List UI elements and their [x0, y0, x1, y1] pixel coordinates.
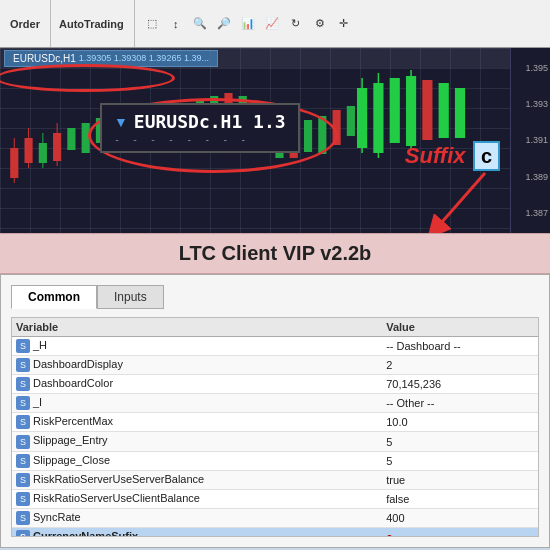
value-c-text: c: [386, 531, 392, 537]
tb-btn-1[interactable]: ⬚: [141, 13, 163, 35]
red-arrow-svg: [415, 168, 495, 233]
suffix-text: Suffix: [405, 143, 466, 168]
price-5: 1.387: [513, 208, 548, 218]
tb-btn-3[interactable]: 📊: [237, 13, 259, 35]
price-2: 1.393: [513, 99, 548, 109]
table-row[interactable]: SDashboardDisplay2: [12, 356, 538, 375]
eurusd-dashes: - - - - - - - -: [114, 134, 286, 145]
toolbar: Order AutoTrading ⬚ ↕ 🔍 🔎 📊 📈 ↻ ⚙ ✛: [0, 0, 550, 48]
dialog-panel: Common Inputs Variable Value S_H-- Dashb…: [0, 274, 550, 548]
table-cell-variable: SDashboardDisplay: [12, 356, 382, 375]
eurusd-arrow-icon: ▼: [114, 114, 128, 130]
table-cell-value: 70,145,236: [382, 375, 538, 394]
table-cell-variable: SDashboardColor: [12, 375, 382, 394]
row-icon: S: [16, 396, 30, 410]
ltc-title: LTC Client VIP v2.2b: [179, 242, 372, 264]
app-container: Order AutoTrading ⬚ ↕ 🔍 🔎 📊 📈 ↻ ⚙ ✛ EURU…: [0, 0, 550, 548]
tb-btn-2[interactable]: ↕: [165, 13, 187, 35]
tb-btn-settings[interactable]: ⚙: [309, 13, 331, 35]
toolbar-left: Order: [4, 0, 51, 47]
eurusd-symbol-text: EURUSDc.H1 1.3: [134, 111, 286, 132]
svg-line-38: [435, 173, 485, 230]
svg-rect-28: [422, 80, 432, 140]
ltc-header: LTC Client VIP v2.2b: [0, 233, 550, 274]
table-cell-variable: SRiskPercentMax: [12, 413, 382, 432]
row-icon: S: [16, 358, 30, 372]
svg-rect-29: [439, 83, 449, 138]
params-table-container[interactable]: Variable Value S_H-- Dashboard --SDashbo…: [11, 317, 539, 537]
suffix-annotation: Suffix c: [405, 143, 500, 169]
suffix-value: c: [473, 141, 500, 171]
table-row[interactable]: S_I-- Other --: [12, 394, 538, 413]
table-cell-value: 400: [382, 508, 538, 527]
table-cell-value: -- Other --: [382, 394, 538, 413]
table-cell-value: c: [382, 527, 538, 537]
chart-area: EURUSDc,H1 1.39305 1.39308 1.39265 1.39.…: [0, 48, 550, 233]
table-row[interactable]: SRiskPercentMax10.0: [12, 413, 538, 432]
tb-btn-4[interactable]: 📈: [261, 13, 283, 35]
col-value: Value: [382, 318, 538, 337]
table-cell-variable: SSyncRate: [12, 508, 382, 527]
table-row[interactable]: SCurrencyNameSufixc: [12, 527, 538, 537]
svg-rect-34: [318, 116, 326, 154]
table-cell-variable: S_I: [12, 394, 382, 413]
price-axis: 1.395 1.393 1.391 1.389 1.387: [510, 48, 550, 233]
row-icon: S: [16, 473, 30, 487]
row-icon: S: [16, 435, 30, 449]
table-cell-value: 10.0: [382, 413, 538, 432]
table-cell-value: -- Dashboard --: [382, 337, 538, 356]
table-cell-value: 2: [382, 356, 538, 375]
tb-btn-cursor[interactable]: ✛: [333, 13, 355, 35]
price-1: 1.395: [513, 63, 548, 73]
price-4: 1.389: [513, 172, 548, 182]
table-row[interactable]: SSlippage_Close5: [12, 451, 538, 470]
table-cell-variable: SRiskRatioServerUseServerBalance: [12, 470, 382, 489]
autotrading-label: AutoTrading: [53, 18, 130, 30]
table-cell-variable: SRiskRatioServerUseClientBalance: [12, 489, 382, 508]
order-label: Order: [4, 18, 46, 30]
svg-rect-33: [304, 120, 312, 152]
row-icon: S: [16, 377, 30, 391]
table-cell-value: 5: [382, 451, 538, 470]
table-cell-variable: SSlippage_Entry: [12, 432, 382, 451]
table-row[interactable]: SRiskRatioServerUseServerBalancetrue: [12, 470, 538, 489]
svg-rect-8: [67, 128, 75, 150]
table-row[interactable]: SSlippage_Entry5: [12, 432, 538, 451]
tb-btn-zoom-out[interactable]: 🔎: [213, 13, 235, 35]
table-cell-variable: SSlippage_Close: [12, 451, 382, 470]
table-cell-variable: S_H: [12, 337, 382, 356]
price-3: 1.391: [513, 135, 548, 145]
table-cell-value: 5: [382, 432, 538, 451]
svg-rect-36: [347, 106, 355, 136]
svg-rect-35: [333, 110, 341, 145]
svg-rect-30: [455, 88, 465, 138]
eurusd-display-box: ▼ EURUSDc.H1 1.3 - - - - - - - -: [100, 103, 300, 153]
table-row[interactable]: SSyncRate400: [12, 508, 538, 527]
svg-rect-25: [390, 78, 400, 143]
tab-inputs[interactable]: Inputs: [97, 285, 164, 309]
row-icon: S: [16, 454, 30, 468]
row-icon: S: [16, 339, 30, 353]
row-icon: S: [16, 415, 30, 429]
tb-btn-zoom-in[interactable]: 🔍: [189, 13, 211, 35]
table-cell-value: true: [382, 470, 538, 489]
svg-rect-9: [82, 123, 90, 153]
col-variable: Variable: [12, 318, 382, 337]
table-row[interactable]: SDashboardColor70,145,236: [12, 375, 538, 394]
tab-row: Common Inputs: [11, 285, 539, 309]
tb-btn-refresh[interactable]: ↻: [285, 13, 307, 35]
toolbar-title-section: AutoTrading: [53, 0, 135, 47]
table-row[interactable]: S_H-- Dashboard --: [12, 337, 538, 356]
table-cell-variable: SCurrencyNameSufix: [12, 527, 382, 537]
params-table: Variable Value S_H-- Dashboard --SDashbo…: [12, 318, 538, 537]
row-icon: S: [16, 530, 30, 537]
table-row[interactable]: SRiskRatioServerUseClientBalancefalse: [12, 489, 538, 508]
row-icon: S: [16, 492, 30, 506]
tab-common[interactable]: Common: [11, 285, 97, 309]
table-cell-value: false: [382, 489, 538, 508]
row-icon: S: [16, 511, 30, 525]
